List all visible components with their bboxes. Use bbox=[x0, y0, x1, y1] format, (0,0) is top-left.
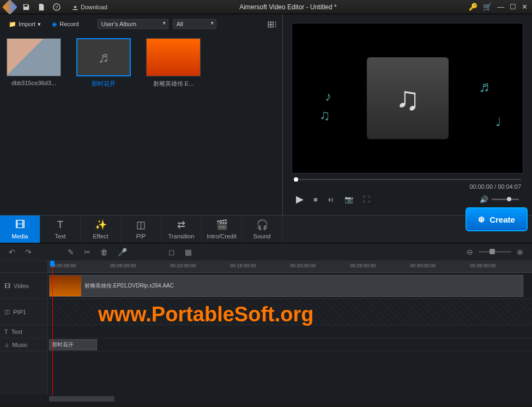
window-title: Aimersoft Video Editor - Untitled * bbox=[107, 3, 469, 11]
volume-icon[interactable]: 🔊 bbox=[480, 195, 488, 204]
media-icon: 🎞 bbox=[15, 219, 25, 231]
media-thumb[interactable]: 射雕英雄传.E... bbox=[145, 38, 202, 88]
text-track[interactable] bbox=[48, 325, 532, 338]
volume-slider[interactable] bbox=[492, 199, 519, 200]
download-button[interactable]: Download bbox=[72, 4, 107, 10]
tab-label: PIP bbox=[136, 233, 146, 240]
video-clip[interactable]: 射雕英雄传.EP01.DVDRip.x264.AAC bbox=[49, 275, 523, 297]
thumb-image: ♬ bbox=[76, 38, 131, 76]
help-icon[interactable]: ? bbox=[52, 3, 61, 11]
timeline: 🎞Video ◫PIP1 TText ♫Music 00:00:00:00 00… bbox=[0, 261, 532, 395]
chevron-down-icon: ▾ bbox=[38, 21, 41, 28]
cut-button[interactable]: ✂ bbox=[84, 248, 90, 256]
music-track-icon: ♫ bbox=[4, 342, 9, 348]
track-label-text[interactable]: TText bbox=[0, 325, 47, 338]
text-track-icon: T bbox=[4, 328, 8, 335]
tab-sound[interactable]: 🎧Sound bbox=[242, 216, 282, 243]
timeline-ruler[interactable]: 00:00:00:00 00:05:00:00 00:10:00:00 00:1… bbox=[48, 261, 532, 273]
media-thumb[interactable]: ♬ 那时花开 bbox=[75, 38, 132, 88]
maximize-button[interactable]: ☐ bbox=[510, 3, 516, 11]
preview-panel: ♫ ♪ ♬ ♩ ♫ 00:00:00 / 00:04:07 ▶ ■ ⏯ 📷 ⛶ … bbox=[282, 14, 532, 215]
thumbnail-grid: dbb315ce36d3... ♬ 那时花开 射雕英雄传.E... bbox=[0, 32, 282, 94]
preview-time: 00:00:00 / 00:04:07 bbox=[294, 183, 521, 190]
svg-text:?: ? bbox=[56, 4, 58, 10]
film-icon: 🎞 bbox=[4, 283, 10, 289]
tab-label: Effect bbox=[93, 233, 108, 240]
reel-icon: ⊛ bbox=[478, 214, 485, 224]
zoom-in-button[interactable]: ⊕ bbox=[517, 248, 523, 256]
video-track[interactable]: 射雕英雄传.EP01.DVDRip.x264.AAC bbox=[48, 273, 532, 299]
preview-progress-bar[interactable] bbox=[294, 178, 521, 181]
music-clip-label: 那时花开 bbox=[52, 342, 74, 348]
key-icon[interactable]: 🔑 bbox=[469, 3, 477, 11]
tab-transition[interactable]: ⇄Transition bbox=[161, 216, 202, 243]
step-forward-button[interactable]: ⏯ bbox=[328, 195, 335, 204]
tab-pip[interactable]: ◫PIP bbox=[121, 216, 161, 243]
ruler-mark: 00:05:00:00 bbox=[110, 263, 136, 268]
tab-intro[interactable]: 🎬Intro/Credit bbox=[202, 216, 242, 243]
stop-button[interactable]: ■ bbox=[313, 195, 318, 204]
media-thumb[interactable]: dbb315ce36d3... bbox=[5, 38, 62, 88]
track-label-music[interactable]: ♫Music bbox=[0, 338, 47, 351]
album-dropdown[interactable]: User's Album bbox=[98, 19, 168, 29]
grid-view-icon[interactable]: ⊞⁝ bbox=[267, 19, 277, 29]
filter-dropdown[interactable]: All bbox=[173, 19, 216, 29]
ruler-mark: 00:25:00:00 bbox=[350, 263, 376, 268]
mosaic-button[interactable]: ▦ bbox=[185, 248, 192, 256]
record-button[interactable]: ◉ Record bbox=[49, 20, 82, 29]
ruler-mark: 00:15:00:00 bbox=[230, 263, 256, 268]
save-icon[interactable] bbox=[22, 3, 31, 11]
zoom-out-button[interactable]: ⊖ bbox=[467, 248, 473, 256]
titlebar: ? Download Aimersoft Video Editor - Unti… bbox=[0, 0, 532, 14]
pip-track-icon: ◫ bbox=[4, 308, 10, 315]
snapshot-button[interactable]: 📷 bbox=[344, 195, 353, 204]
thumb-image bbox=[7, 38, 61, 76]
undo-button[interactable]: ↶ bbox=[9, 248, 15, 256]
music-track[interactable]: 那时花开 bbox=[48, 338, 532, 351]
thumb-label: dbb315ce36d3... bbox=[5, 80, 62, 86]
ruler-mark: 00:20:00:00 bbox=[290, 263, 316, 268]
clip-thumbnail bbox=[50, 276, 81, 296]
file-icon[interactable] bbox=[37, 3, 46, 11]
cart-icon[interactable]: 🛒 bbox=[483, 3, 492, 11]
note-decoration-icon: ♩ bbox=[495, 115, 501, 129]
tab-effect[interactable]: ✨Effect bbox=[81, 216, 121, 243]
pip-icon: ◫ bbox=[136, 219, 146, 231]
tab-label: Text bbox=[55, 233, 65, 240]
close-button[interactable]: ✕ bbox=[522, 3, 528, 11]
record-label: Record bbox=[59, 21, 78, 27]
clapper-icon: 🎬 bbox=[216, 219, 228, 231]
minimize-button[interactable]: — bbox=[497, 3, 504, 11]
play-button[interactable]: ▶ bbox=[296, 193, 304, 205]
headphone-icon: 🎧 bbox=[256, 219, 268, 231]
tab-media[interactable]: 🎞Media bbox=[0, 216, 40, 243]
tab-label: Sound bbox=[253, 233, 271, 240]
note-decoration-icon: ♫ bbox=[319, 107, 330, 124]
transition-icon: ⇄ bbox=[177, 219, 185, 231]
voiceover-button[interactable]: 🎤 bbox=[118, 248, 127, 256]
record-icon: ◉ bbox=[52, 21, 57, 28]
create-button[interactable]: ⊛ Create bbox=[466, 207, 528, 231]
redo-button[interactable]: ↷ bbox=[25, 248, 32, 256]
tab-label: Transition bbox=[168, 233, 195, 240]
thumb-label: 射雕英雄传.E... bbox=[145, 80, 202, 88]
track-label-pip[interactable]: ◫PIP1 bbox=[0, 299, 47, 325]
horizontal-scrollbar[interactable] bbox=[0, 395, 532, 403]
music-clip[interactable]: 那时花开 bbox=[49, 339, 97, 350]
thumb-label: 那时花开 bbox=[75, 80, 132, 88]
download-label: Download bbox=[81, 4, 107, 10]
track-label-video[interactable]: 🎞Video bbox=[0, 273, 47, 299]
watermark-text: www.PortableSoft.org bbox=[98, 303, 314, 326]
effect-icon: ✨ bbox=[95, 219, 107, 231]
edit-button[interactable]: ✎ bbox=[68, 248, 74, 256]
category-tabs: 🎞Media TText ✨Effect ◫PIP ⇄Transition 🎬I… bbox=[0, 215, 532, 243]
preview-screen[interactable]: ♫ ♪ ♬ ♩ ♫ bbox=[292, 23, 523, 173]
folder-icon: 📁 bbox=[9, 21, 16, 28]
fullscreen-button[interactable]: ⛶ bbox=[363, 195, 370, 204]
zoom-slider[interactable] bbox=[479, 251, 511, 253]
import-button[interactable]: 📁 Import ▾ bbox=[5, 20, 44, 29]
crop-button[interactable]: ◻ bbox=[168, 248, 175, 256]
tab-text[interactable]: TText bbox=[40, 216, 81, 243]
playhead[interactable] bbox=[52, 261, 53, 395]
delete-button[interactable]: 🗑 bbox=[100, 248, 108, 256]
